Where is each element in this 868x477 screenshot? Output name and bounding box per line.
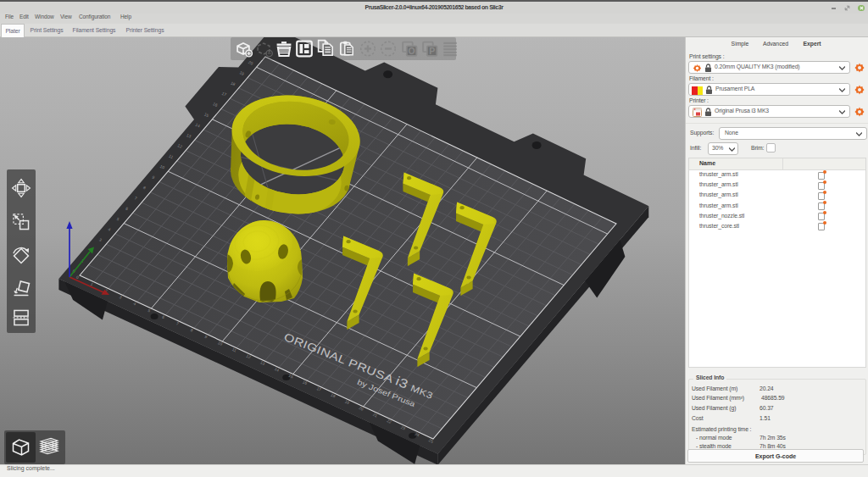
svg-text:O: O <box>409 46 415 56</box>
svg-text:P: P <box>429 46 435 56</box>
